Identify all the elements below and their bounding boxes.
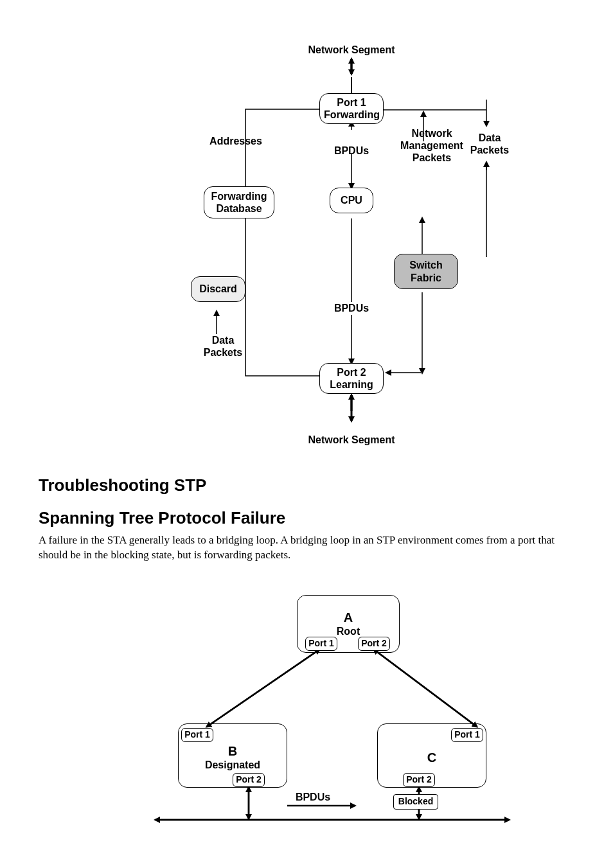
svg-line-20	[207, 650, 319, 727]
stp-failure-paragraph: A failure in the STA generally leads to …	[39, 533, 574, 563]
switch-b-port1: Port 1	[181, 728, 213, 742]
switch-a-port1: Port 1	[305, 637, 337, 651]
diagram1-lines	[101, 26, 512, 450]
switch-a-port2: Port 2	[358, 637, 390, 651]
bpdus-bottom-label: BPDUs	[332, 302, 371, 314]
forwarding-database-node: Forwarding Database	[204, 186, 274, 218]
cpu-node: CPU	[330, 188, 373, 213]
data-packets-bottom-label: Data Packets	[200, 334, 245, 359]
bottom-network-segment-label: Network Segment	[300, 434, 403, 446]
discard-node: Discard	[191, 276, 245, 302]
bpdus-arrow-label: BPDUs	[287, 791, 339, 803]
switch-b-letter: B	[182, 743, 283, 759]
data-packets-top-label: Data Packets	[467, 132, 512, 156]
port1-line2: Forwarding	[324, 109, 379, 121]
nm-packets-label: Network Management Packets	[396, 127, 467, 164]
stp-topology-diagram: A Root Port 1 Port 2 B Designated Port 1…	[101, 576, 512, 833]
switch-b-role: Designated	[182, 759, 283, 771]
switch-fabric-node: Switch Fabric	[394, 254, 458, 289]
troubleshooting-stp-heading: Troubleshooting STP	[39, 475, 574, 495]
svg-line-22	[374, 650, 477, 727]
port1-line1: Port 1	[324, 96, 379, 109]
addresses-label: Addresses	[204, 135, 268, 147]
switch-c-port2: Port 2	[403, 773, 435, 787]
blocked-label-box: Blocked	[393, 794, 438, 810]
switch-b-port2: Port 2	[233, 773, 265, 787]
port1-forwarding-node: Port 1 Forwarding	[319, 93, 384, 124]
switch-c-port1: Port 1	[451, 728, 483, 742]
switch-c-letter: C	[382, 750, 482, 765]
top-network-segment-label: Network Segment	[300, 44, 403, 56]
stp-switch-flow-diagram: Network Segment Port 1 Forwarding Addres…	[101, 26, 512, 450]
port2-learning-node: Port 2 Learning	[319, 363, 384, 394]
switch-a-letter: A	[301, 610, 395, 625]
stp-failure-heading: Spanning Tree Protocol Failure	[39, 508, 574, 528]
switch-a-role: Root	[301, 625, 395, 637]
bpdus-top-label: BPDUs	[332, 145, 371, 157]
